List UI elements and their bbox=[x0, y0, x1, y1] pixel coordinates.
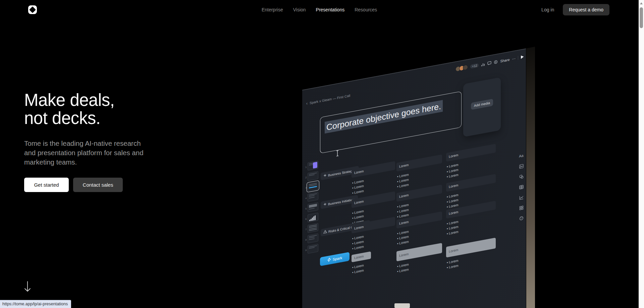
hero-subtitle-line: and presentation platform for sales and bbox=[24, 148, 144, 158]
table-tool-icon bbox=[519, 184, 524, 190]
slide-number: 8 bbox=[304, 238, 307, 241]
slide-title-text: Corporate objective goes here. bbox=[325, 100, 443, 133]
login-link[interactable]: Log in bbox=[541, 7, 554, 12]
theme-tool-icon bbox=[519, 215, 524, 221]
slide-thumbnail-selected bbox=[308, 181, 318, 191]
status-url-tooltip: https://tome.app/lp/ai-presentations bbox=[0, 300, 71, 308]
app-screen: +12 Share ⋯ ‹ Spark x Gleam — First Call… bbox=[302, 48, 526, 308]
nav-item-presentations[interactable]: Presentations bbox=[316, 7, 345, 12]
warning-icon bbox=[323, 230, 327, 234]
top-nav: EnterpriseVisionPresentationsResources L… bbox=[0, 0, 639, 19]
thumb-line bbox=[309, 247, 315, 249]
hero-title-line1: Make deals, bbox=[24, 91, 114, 109]
tome-logo-icon[interactable] bbox=[28, 5, 37, 14]
toolbar-divider bbox=[518, 56, 518, 60]
thumb-chart bbox=[309, 215, 316, 221]
placeholder-bullet: ▪ Lorem bbox=[397, 267, 409, 273]
hero-title-line2: not decks. bbox=[24, 109, 114, 127]
slide-number: 1 bbox=[304, 166, 307, 169]
scrollbar-thumb[interactable] bbox=[640, 7, 643, 28]
share-button-label: Share bbox=[500, 57, 509, 63]
placeholder-bullet: ▪ Lorem bbox=[447, 173, 459, 179]
image-tool-icon bbox=[519, 164, 524, 169]
slide-thumbnail-item: 9 bbox=[304, 244, 318, 254]
thumb-line bbox=[309, 235, 317, 237]
nav-item-vision[interactable]: Vision bbox=[293, 7, 306, 12]
placeholder-bullet: ▪ Lorem bbox=[397, 183, 409, 188]
thumb-line bbox=[309, 174, 315, 176]
slide-title-box: Corporate objective goes here. bbox=[320, 91, 462, 153]
placeholder-bullet: ▪ Lorem bbox=[352, 268, 364, 274]
analytics-icon bbox=[481, 62, 485, 66]
avatar bbox=[463, 64, 468, 70]
browser-scrollbar[interactable] bbox=[639, 0, 644, 308]
sparkle-icon bbox=[323, 202, 327, 207]
slide-number: 2 bbox=[304, 176, 307, 179]
placeholder-header-highlighted: Lorem bbox=[352, 251, 371, 262]
nav-right: Log in Request a demo bbox=[541, 0, 609, 19]
slide-thumbnail bbox=[308, 202, 318, 212]
app-toolbar: +12 Share ⋯ bbox=[455, 54, 524, 72]
slide-thumbnail bbox=[308, 223, 318, 233]
chart-tool-icon bbox=[519, 195, 524, 200]
media-panel: Add media bbox=[463, 77, 501, 137]
thumb-line bbox=[309, 208, 315, 209]
product-screenshot: +12 Share ⋯ ‹ Spark x Gleam — First Call… bbox=[302, 47, 535, 308]
hero-subtitle: Tome is the leading AI-native research a… bbox=[24, 139, 144, 167]
section-chip-label: Business Initiatives bbox=[328, 197, 355, 206]
spark-ai-button: Spark bbox=[320, 252, 350, 266]
scrollbar-up-arrow-icon[interactable] bbox=[640, 2, 643, 4]
slide-thumbnail-item: 4 bbox=[304, 192, 318, 202]
thumb-line bbox=[309, 238, 315, 240]
blocks-tool-icon bbox=[519, 205, 524, 210]
slide-thumbnail-item: 7 bbox=[304, 223, 318, 234]
present-play-icon bbox=[521, 55, 524, 59]
contact-sales-button[interactable]: Contact sales bbox=[73, 178, 123, 192]
thumb-block bbox=[309, 204, 317, 208]
placeholder-header-highlighted: Lorem bbox=[446, 238, 496, 257]
get-started-button[interactable]: Get started bbox=[24, 178, 69, 192]
page: { "page": { "background": "#000000", "st… bbox=[0, 0, 644, 308]
placeholder-bullet: ▪ Lorem bbox=[447, 230, 459, 236]
slide-number: 3 bbox=[304, 186, 307, 189]
spark-button-label: Spark bbox=[333, 256, 342, 261]
scroll-down-arrow-icon[interactable] bbox=[23, 281, 32, 292]
thumb-accent bbox=[313, 162, 317, 169]
placeholder-header: Lorem bbox=[446, 144, 496, 162]
spark-bolt-icon bbox=[327, 257, 331, 263]
thumb-line bbox=[309, 197, 315, 198]
slide-thumbnail bbox=[308, 233, 318, 243]
thumb-line bbox=[309, 245, 317, 247]
request-demo-button[interactable]: Request a demo bbox=[563, 4, 609, 15]
nav-item-enterprise[interactable]: Enterprise bbox=[262, 7, 283, 12]
hero-buttons: Get started Contact sales bbox=[24, 178, 123, 192]
monitor-bezel bbox=[526, 47, 535, 308]
shapes-tool-icon bbox=[519, 174, 524, 179]
nav-menu: EnterpriseVisionPresentationsResources bbox=[262, 0, 377, 19]
slide-thumbnail bbox=[308, 161, 318, 171]
back-chevron-icon: ‹ bbox=[306, 101, 308, 106]
thumb-line bbox=[309, 172, 317, 174]
slide-thumbnail-item: 3 bbox=[304, 181, 318, 192]
more-menu-icon: ⋯ bbox=[512, 56, 516, 61]
placeholder-bullet: ▪ Lorem bbox=[447, 264, 459, 269]
slide-thumbnail-item: 5 bbox=[304, 202, 318, 213]
hero-subtitle-line: Tome is the leading AI-native research bbox=[24, 139, 144, 148]
slide-number: 7 bbox=[304, 228, 307, 231]
placeholder-header: Lorem bbox=[352, 217, 395, 234]
slide-thumbnail-item: 8 bbox=[304, 233, 318, 244]
sparkle-icon bbox=[323, 173, 327, 178]
placeholder-bullet: ▪ Lorem bbox=[352, 189, 364, 195]
collaborator-avatars bbox=[455, 64, 468, 72]
slide-number: 5 bbox=[304, 207, 307, 210]
placeholder-header: Lorem bbox=[396, 155, 442, 172]
slide-thumbnail bbox=[308, 192, 318, 202]
placeholder-header: Lorem bbox=[446, 201, 496, 219]
hero-subtitle-line: marketing teams. bbox=[24, 158, 144, 167]
nav-item-resources[interactable]: Resources bbox=[355, 7, 377, 12]
placeholder-header: Lorem bbox=[352, 191, 395, 208]
thumb-line bbox=[309, 193, 317, 195]
placeholder-bullet: ▪ Lorem bbox=[352, 245, 364, 250]
text-tool-icon: Aa bbox=[519, 153, 524, 158]
breadcrumb-label: Spark x Gleam — First Call bbox=[310, 94, 350, 105]
